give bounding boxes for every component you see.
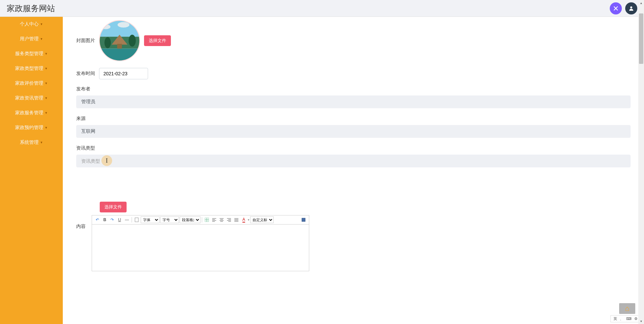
- scroll-up-arrow[interactable]: ▴: [638, 0, 644, 6]
- redo-button[interactable]: ↷: [109, 216, 116, 223]
- vertical-scrollbar[interactable]: ▴ ▾: [638, 0, 644, 324]
- fullscreen-icon: [302, 218, 306, 222]
- content-section: 内容 选择文件 ↶ B ↷ U — 字体 字号 段落格式: [76, 202, 631, 271]
- editor-wrapper: 选择文件 ↶ B ↷ U — 字体 字号 段落格式: [92, 202, 631, 271]
- sidebar-item-label: 家政服务管理: [15, 110, 43, 116]
- font-family-select[interactable]: 字体: [141, 216, 159, 223]
- header: 家政服务网站: [0, 0, 644, 17]
- site-title: 家政服务网站: [7, 3, 55, 14]
- sidebar: 个人中心▼ 用户管理▼ 服务类型管理▼ 家政类型管理▼ 家政评价管理▼ 家政资讯…: [0, 17, 63, 324]
- align-center-button[interactable]: [218, 216, 225, 223]
- sidebar-item-label: 家政评价管理: [15, 80, 43, 86]
- sidebar-item-services[interactable]: 家政服务管理▼: [0, 106, 63, 120]
- publish-time-row: 发布时间: [76, 68, 631, 79]
- ime-item[interactable]: 、: [620, 316, 624, 321]
- custom-title-select[interactable]: 自定义标题: [250, 216, 274, 223]
- color-dropdown-icon[interactable]: ▾: [248, 218, 249, 221]
- toolbar-separator: [132, 217, 132, 222]
- close-icon: [613, 5, 619, 11]
- align-left-button[interactable]: [211, 216, 218, 223]
- align-right-button[interactable]: [226, 216, 232, 223]
- home-icon: ⌂: [625, 305, 629, 312]
- ime-item[interactable]: ⚙: [634, 317, 638, 321]
- svg-point-8: [129, 35, 136, 46]
- font-color-button[interactable]: A: [240, 216, 247, 223]
- paragraph-format-select[interactable]: 段落格式: [180, 216, 200, 223]
- sidebar-item-service-type[interactable]: 服务类型管理▼: [0, 46, 63, 61]
- publish-time-input[interactable]: [99, 68, 148, 79]
- font-size-select[interactable]: 字号: [160, 216, 179, 223]
- user-icon: [628, 5, 634, 11]
- ime-item[interactable]: ⌨: [626, 317, 632, 321]
- page-icon: [135, 217, 139, 222]
- svg-point-5: [118, 22, 129, 28]
- align-center-icon: [220, 218, 224, 222]
- scroll-thumb[interactable]: [639, 13, 643, 64]
- content-select-file-button[interactable]: 选择文件: [100, 202, 127, 212]
- caret-icon: ▼: [45, 52, 48, 55]
- publisher-input[interactable]: [76, 95, 631, 108]
- select-file-button[interactable]: 选择文件: [144, 35, 171, 46]
- cover-image-placeholder: [100, 21, 139, 60]
- svg-point-7: [104, 37, 111, 48]
- page-button[interactable]: [133, 216, 140, 223]
- sidebar-item-label: 家政预约管理: [15, 125, 43, 131]
- publisher-group: 发布者: [76, 86, 631, 108]
- user-button[interactable]: [625, 2, 637, 14]
- info-type-group: 资讯类型 I: [76, 145, 631, 167]
- table-button[interactable]: [203, 216, 210, 223]
- sidebar-item-news[interactable]: 家政资讯管理▼: [0, 91, 63, 106]
- align-right-icon: [227, 218, 231, 222]
- align-justify-icon: [234, 218, 238, 222]
- cover-label: 封面图片: [76, 38, 95, 44]
- caret-icon: ▼: [40, 141, 43, 144]
- underline-button[interactable]: U: [116, 216, 123, 223]
- caret-icon: ▼: [45, 126, 48, 129]
- caret-icon: ▼: [45, 67, 48, 70]
- align-left-icon: [212, 218, 216, 222]
- source-input[interactable]: [76, 125, 631, 138]
- editor-toolbar: ↶ B ↷ U — 字体 字号 段落格式 A: [92, 215, 309, 224]
- caret-icon: ▼: [40, 37, 43, 41]
- sidebar-item-users[interactable]: 用户管理▼: [0, 32, 63, 46]
- toolbar-separator: [202, 217, 202, 222]
- caret-icon: ▼: [45, 111, 48, 115]
- sidebar-item-system[interactable]: 系统管理▼: [0, 135, 63, 150]
- svg-point-0: [630, 6, 632, 8]
- container: 个人中心▼ 用户管理▼ 服务类型管理▼ 家政类型管理▼ 家政评价管理▼ 家政资讯…: [0, 17, 644, 324]
- sidebar-item-label: 系统管理: [20, 139, 39, 146]
- sidebar-item-personal[interactable]: 个人中心▼: [0, 17, 63, 32]
- editor-body[interactable]: [92, 224, 309, 271]
- sidebar-item-booking[interactable]: 家政预约管理▼: [0, 120, 63, 135]
- sidebar-item-label: 家政资讯管理: [15, 95, 43, 101]
- cover-preview[interactable]: [99, 20, 140, 61]
- info-type-label: 资讯类型: [76, 145, 631, 151]
- ime-bar[interactable]: 英 、 ⌨ ⚙: [610, 315, 641, 322]
- ime-lang[interactable]: 英: [613, 316, 617, 321]
- caret-icon: ▼: [45, 96, 48, 100]
- cover-row: 封面图片 选择文件: [76, 20, 631, 61]
- content-label: 内容: [76, 224, 88, 230]
- back-to-top-button[interactable]: ⌂: [619, 303, 635, 314]
- caret-icon: ▼: [45, 82, 48, 85]
- sidebar-item-reviews[interactable]: 家政评价管理▼: [0, 76, 63, 91]
- align-justify-button[interactable]: [233, 216, 240, 223]
- sidebar-item-label: 服务类型管理: [15, 51, 43, 57]
- table-icon: [205, 218, 209, 222]
- svg-point-4: [101, 25, 110, 29]
- svg-rect-29: [302, 218, 305, 221]
- caret-icon: ▼: [40, 23, 43, 26]
- undo-button[interactable]: ↶: [94, 216, 101, 223]
- header-actions: [610, 2, 637, 14]
- strikethrough-button[interactable]: —: [124, 216, 130, 223]
- info-type-input[interactable]: [76, 155, 631, 167]
- main-content: 封面图片 选择文件 发布时间 发布者: [63, 17, 644, 324]
- source-group: 来源: [76, 116, 631, 138]
- sidebar-item-label: 家政类型管理: [15, 66, 43, 72]
- fullscreen-button[interactable]: [300, 216, 307, 223]
- scroll-down-arrow[interactable]: ▾: [638, 318, 644, 324]
- bold-button[interactable]: B: [101, 216, 108, 223]
- close-button[interactable]: [610, 2, 622, 14]
- svg-rect-3: [100, 49, 139, 60]
- sidebar-item-house-type[interactable]: 家政类型管理▼: [0, 61, 63, 76]
